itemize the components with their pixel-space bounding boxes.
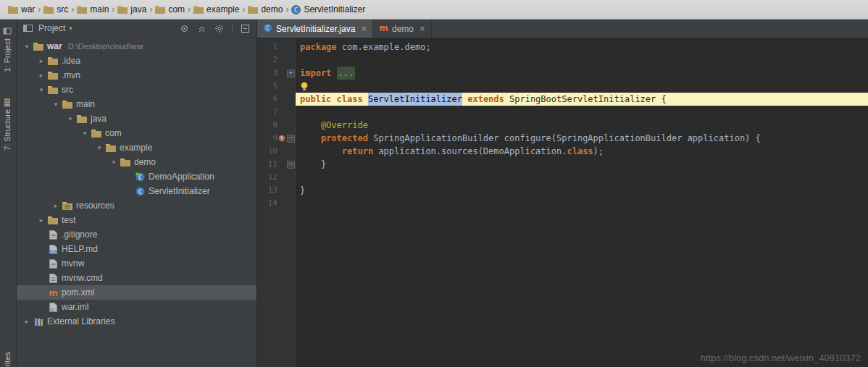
- tree-item-main[interactable]: ▾main: [17, 97, 256, 111]
- code-text[interactable]: }: [296, 184, 868, 197]
- code-text[interactable]: [296, 54, 868, 67]
- close-icon[interactable]: ×: [420, 24, 425, 33]
- chevron-down-icon[interactable]: ▾: [69, 25, 72, 32]
- code-text[interactable]: public class ServletInitializer extends …: [296, 93, 868, 106]
- chevron-down-icon[interactable]: ▾: [36, 86, 47, 93]
- tree-item-com[interactable]: ▾com: [17, 126, 256, 140]
- code-line[interactable]: 6public class ServletInitializer extends…: [257, 93, 868, 106]
- code-text[interactable]: [296, 80, 868, 93]
- code-editor[interactable]: 1package com.example.demo;23+import ...5…: [257, 38, 868, 367]
- tree-item-mvnw.cmd[interactable]: mvnw.cmd: [17, 271, 256, 285]
- tool-window-grid-icon[interactable]: [3, 25, 12, 38]
- tree-item-.gitignore[interactable]: .gitignore: [17, 227, 256, 242]
- gutter[interactable]: 10: [257, 145, 296, 158]
- structure-icon[interactable]: [3, 96, 12, 109]
- gutter[interactable]: 2: [257, 54, 296, 67]
- collapse-all-icon[interactable]: [195, 24, 209, 33]
- gutter[interactable]: 6: [257, 93, 296, 106]
- fold-minus-box[interactable]: −: [287, 135, 295, 143]
- tool-button-structure[interactable]: 7: Structure: [3, 109, 12, 151]
- code-text[interactable]: }: [296, 158, 868, 171]
- override-method-icon[interactable]: [277, 135, 286, 142]
- tool-button-project[interactable]: 1: Project: [3, 38, 12, 72]
- breadcrumb-item-src[interactable]: src: [41, 3, 70, 16]
- tree-item-resources[interactable]: ▸resources: [17, 198, 256, 213]
- gutter[interactable]: 9−: [257, 132, 296, 145]
- gutter[interactable]: 8: [257, 119, 296, 132]
- code-text[interactable]: [296, 106, 868, 119]
- tree-item-pom.xml[interactable]: mpom.xml: [17, 285, 256, 300]
- gutter[interactable]: 3+: [257, 67, 296, 80]
- editor-tab-demo[interactable]: mdemo×: [373, 20, 432, 38]
- gutter[interactable]: 12: [257, 171, 296, 184]
- chevron-down-icon[interactable]: ▾: [108, 159, 120, 166]
- breadcrumb-item-example[interactable]: example: [191, 3, 241, 16]
- chevron-right-icon[interactable]: ▸: [36, 72, 47, 79]
- tree-item-example[interactable]: ▾example: [17, 140, 256, 155]
- tree-item-src[interactable]: ▾src: [17, 83, 256, 97]
- code-text[interactable]: package com.example.demo;: [296, 41, 868, 54]
- code-text[interactable]: return application.sources(DemoApplicati…: [296, 145, 868, 158]
- breadcrumb-item-java[interactable]: java: [115, 3, 149, 16]
- tool-button-favorites[interactable]: Favorites: [3, 352, 12, 367]
- code-line[interactable]: 1package com.example.demo;: [257, 41, 868, 54]
- tree-item-HELP.md[interactable]: MDHELP.md: [17, 242, 256, 256]
- panel-title[interactable]: Project: [38, 23, 65, 33]
- fold-toggle-icon[interactable]: +: [286, 69, 296, 77]
- breadcrumb-item-demo[interactable]: demo: [246, 3, 285, 16]
- tree-item-.idea[interactable]: ▸.idea: [17, 54, 256, 68]
- code-line[interactable]: 9− protected SpringApplicationBuilder co…: [257, 132, 868, 145]
- tree-item-.mvn[interactable]: ▸.mvn: [17, 68, 256, 83]
- locate-target-icon[interactable]: [178, 24, 191, 33]
- chevron-right-icon[interactable]: ▸: [50, 202, 62, 209]
- code-text[interactable]: [296, 171, 868, 184]
- fold-plus-box[interactable]: +: [287, 69, 295, 77]
- code-text[interactable]: [296, 197, 868, 210]
- breadcrumb-item-com[interactable]: com: [153, 3, 187, 16]
- breadcrumb-item-main[interactable]: main: [75, 3, 111, 16]
- fold-toggle-icon[interactable]: −: [286, 135, 296, 143]
- editor-tab-ServletInitializer.java[interactable]: CServletInitializer.java×: [257, 20, 373, 38]
- tree-item-demo[interactable]: ▾demo: [17, 155, 256, 169]
- fold-minus-box[interactable]: −: [287, 161, 295, 169]
- gear-icon[interactable]: [212, 24, 226, 33]
- code-line[interactable]: 12: [257, 171, 868, 184]
- code-line[interactable]: 11− }: [257, 158, 868, 171]
- code-line[interactable]: 7: [257, 106, 868, 119]
- tree-item-java[interactable]: ▾java: [17, 111, 256, 126]
- code-line[interactable]: 14: [257, 197, 868, 210]
- breadcrumb-item-war[interactable]: war: [6, 3, 37, 16]
- code-line[interactable]: 10 return application.sources(DemoApplic…: [257, 145, 868, 158]
- code-line[interactable]: 13}: [257, 184, 868, 197]
- gutter[interactable]: 7: [257, 106, 296, 119]
- chevron-down-icon[interactable]: ▾: [21, 43, 33, 50]
- breadcrumb-item-ServletInitializer[interactable]: CServletInitializer: [289, 3, 367, 16]
- chevron-down-icon[interactable]: ▾: [93, 144, 105, 151]
- chevron-right-icon[interactable]: ▸: [36, 57, 47, 64]
- gutter[interactable]: 14: [257, 197, 296, 210]
- tree-item-test[interactable]: ▸test: [17, 213, 256, 227]
- gutter[interactable]: 5: [257, 80, 296, 93]
- chevron-right-icon[interactable]: ▸: [21, 318, 33, 325]
- tree-item-mvnw[interactable]: mvnw: [17, 256, 256, 271]
- gutter[interactable]: 13: [257, 184, 296, 197]
- code-line[interactable]: 2: [257, 54, 868, 67]
- tree-item-ServletInitializer[interactable]: CServletInitializer: [17, 184, 256, 198]
- fold-toggle-icon[interactable]: −: [286, 161, 296, 169]
- code-line[interactable]: 3+import ...: [257, 67, 868, 80]
- gutter[interactable]: 11−: [257, 158, 296, 171]
- chevron-down-icon[interactable]: ▾: [50, 101, 62, 108]
- chevron-down-icon[interactable]: ▾: [79, 130, 91, 137]
- hide-panel-icon[interactable]: [238, 24, 252, 33]
- close-icon[interactable]: ×: [361, 24, 367, 33]
- code-text[interactable]: @Override: [296, 119, 868, 132]
- chevron-right-icon[interactable]: ▸: [36, 216, 47, 224]
- gutter[interactable]: 1: [257, 41, 296, 54]
- code-text[interactable]: import ...: [296, 67, 868, 80]
- tree-item-DemoApplication[interactable]: CDemoApplication: [17, 169, 256, 184]
- tree-item-war[interactable]: ▾warD:\Desktop\cloud\war: [17, 39, 256, 54]
- code-line[interactable]: 8 @Override: [257, 119, 868, 132]
- tree-item-war.iml[interactable]: war.iml: [17, 300, 256, 314]
- code-text[interactable]: protected SpringApplicationBuilder confi…: [296, 132, 868, 145]
- chevron-down-icon[interactable]: ▾: [64, 115, 76, 122]
